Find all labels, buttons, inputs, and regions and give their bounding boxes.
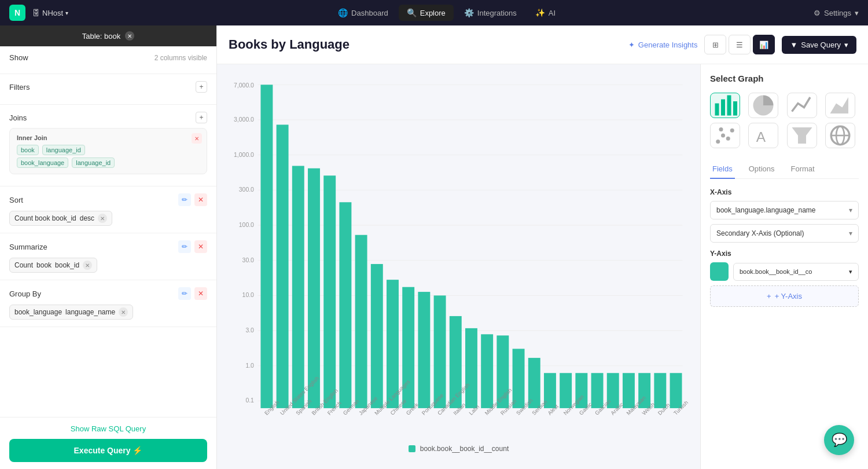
x-axis-select[interactable]: book_language.language_name ▾ bbox=[710, 201, 859, 219]
sort-remove-button[interactable]: ✕ bbox=[194, 193, 207, 206]
join-table-2: book_language bbox=[17, 157, 68, 168]
generate-insights-button[interactable]: ✦ Generate Insights bbox=[628, 41, 698, 49]
settings-gear-icon: ⚙ bbox=[814, 9, 821, 17]
table-header: Table: book ✕ bbox=[0, 25, 216, 46]
y-axis-value: book.book__book_id__co bbox=[740, 268, 812, 275]
svg-text:1,000.0: 1,000.0 bbox=[234, 152, 254, 158]
graph-type-pie[interactable] bbox=[748, 93, 778, 118]
sort-chip-remove[interactable]: ✕ bbox=[98, 214, 107, 223]
sort-chip: Count book book_id desc ✕ bbox=[9, 211, 112, 226]
settings-label: Settings bbox=[824, 9, 851, 17]
svg-rect-74 bbox=[715, 104, 719, 116]
group-col: language_name bbox=[65, 308, 115, 316]
show-subtitle: 2 columns visible bbox=[155, 54, 207, 62]
svg-rect-33 bbox=[465, 328, 477, 408]
nav-ai[interactable]: ✨ AI bbox=[527, 5, 564, 21]
secondary-x-axis-value: Secondary X-Axis (Optional) bbox=[716, 229, 804, 237]
add-join-button[interactable]: + bbox=[196, 112, 207, 123]
svg-rect-34 bbox=[481, 334, 493, 408]
svg-marker-85 bbox=[792, 127, 812, 144]
add-icon: + bbox=[767, 292, 771, 301]
panel-title: Select Graph bbox=[710, 74, 859, 83]
join-remove-button[interactable]: ✕ bbox=[192, 133, 202, 144]
nav-integrations-label: Integrations bbox=[477, 9, 517, 17]
summarize-edit-button[interactable]: ✏ bbox=[178, 240, 191, 253]
add-y-axis-label: + Y-Axis bbox=[775, 292, 802, 301]
graph-type-area[interactable] bbox=[825, 93, 855, 118]
graph-type-line[interactable] bbox=[787, 93, 817, 118]
filters-header: Filters + bbox=[9, 81, 207, 93]
summarize-chip-remove[interactable]: ✕ bbox=[83, 261, 92, 270]
summarize-remove-button[interactable]: ✕ bbox=[194, 240, 207, 253]
svg-rect-41 bbox=[591, 373, 604, 408]
chat-button[interactable]: 💬 bbox=[824, 425, 854, 455]
summarize-title: Summarize bbox=[9, 243, 47, 251]
svg-rect-21 bbox=[277, 124, 289, 408]
host-selector[interactable]: 🗄 NHost ▾ bbox=[32, 9, 68, 17]
tab-options[interactable]: Options bbox=[746, 160, 777, 179]
join-block: Inner Join book language_id book_languag… bbox=[9, 128, 207, 174]
generate-insights-label: Generate Insights bbox=[638, 41, 698, 49]
svg-text:100.0: 100.0 bbox=[239, 222, 254, 228]
list-view-button[interactable]: ☰ bbox=[729, 35, 751, 54]
tab-fields[interactable]: Fields bbox=[710, 160, 735, 179]
join-type-label: Inner Join bbox=[17, 134, 200, 141]
summarize-chip: Count book book_id ✕ bbox=[9, 258, 97, 273]
group-by-title: Group By bbox=[9, 290, 41, 298]
secondary-x-axis-select[interactable]: Secondary X-Axis (Optional) ▾ bbox=[710, 224, 859, 243]
secondary-x-chevron-icon: ▾ bbox=[849, 229, 852, 237]
y-axis-label: Y-Axis bbox=[710, 250, 859, 258]
summarize-fn: Count bbox=[14, 261, 33, 269]
table-close-button[interactable]: ✕ bbox=[125, 31, 134, 41]
show-sql-button[interactable]: Show Raw SQL Query bbox=[9, 424, 207, 433]
nav-explore-label: Explore bbox=[420, 9, 446, 17]
graph-type-scatter[interactable] bbox=[710, 123, 740, 148]
sort-order: desc bbox=[80, 214, 94, 222]
nav-dashboard[interactable]: 🌐 Dashboard bbox=[330, 5, 396, 21]
main-layout: Table: book ✕ Show 2 columns visible Fil… bbox=[0, 25, 868, 469]
nav-explore[interactable]: 🔍 Explore bbox=[399, 5, 454, 21]
legend-color-dot bbox=[409, 445, 415, 452]
add-filter-button[interactable]: + bbox=[196, 81, 207, 93]
svg-rect-23 bbox=[308, 168, 320, 408]
execute-query-button[interactable]: Execute Query ⚡ bbox=[9, 439, 207, 462]
nav-integrations[interactable]: ⚙️ Integrations bbox=[456, 5, 525, 21]
svg-marker-78 bbox=[830, 97, 848, 113]
sort-title: Sort bbox=[9, 196, 23, 204]
view-toggle-buttons: ⊞ ☰ 📊 bbox=[704, 35, 775, 54]
graph-type-funnel[interactable] bbox=[787, 123, 817, 148]
top-navigation: N 🗄 NHost ▾ 🌐 Dashboard 🔍 Explore ⚙️ Int… bbox=[0, 0, 868, 25]
page-title: Books by Language bbox=[229, 37, 621, 52]
chart-view-button[interactable]: 📊 bbox=[753, 35, 775, 54]
group-by-edit-button[interactable]: ✏ bbox=[178, 287, 191, 300]
svg-rect-46 bbox=[670, 373, 682, 408]
svg-rect-30 bbox=[418, 292, 430, 408]
y-axis-color-swatch[interactable] bbox=[710, 262, 729, 281]
group-by-remove-button[interactable]: ✕ bbox=[194, 287, 207, 300]
show-header: Show 2 columns visible bbox=[9, 53, 207, 62]
settings-button[interactable]: ⚙ Settings ▾ bbox=[814, 9, 859, 17]
add-y-axis-button[interactable]: + + Y-Axis bbox=[710, 285, 859, 307]
group-table: book_language bbox=[14, 308, 62, 316]
sort-edit-button[interactable]: ✏ bbox=[178, 193, 191, 206]
settings-chevron-icon: ▾ bbox=[855, 9, 859, 17]
summarize-col: book_id bbox=[55, 261, 79, 269]
group-by-section: Group By ✏ ✕ book_language language_name… bbox=[0, 280, 216, 327]
svg-text:30.0: 30.0 bbox=[242, 257, 255, 263]
group-chip-remove[interactable]: ✕ bbox=[119, 307, 128, 317]
table-view-button[interactable]: ⊞ bbox=[704, 35, 726, 54]
y-axis-select[interactable]: book.book__book_id__co ▾ bbox=[733, 263, 859, 281]
x-axis-value: book_language.language_name bbox=[716, 206, 816, 214]
save-query-chevron-icon: ▾ bbox=[844, 41, 848, 49]
svg-rect-26 bbox=[355, 235, 367, 408]
filter-icon: ▼ bbox=[790, 41, 797, 49]
graph-type-bar[interactable] bbox=[710, 93, 740, 118]
graph-type-bubble[interactable]: A bbox=[748, 123, 778, 148]
save-query-button[interactable]: ▼ Save Query ▾ bbox=[782, 36, 856, 54]
main-header: Books by Language ✦ Generate Insights ⊞ … bbox=[217, 25, 868, 64]
tab-format[interactable]: Format bbox=[789, 160, 817, 179]
graph-type-globe[interactable] bbox=[825, 123, 855, 148]
svg-text:0.1: 0.1 bbox=[245, 398, 254, 404]
svg-text:300.0: 300.0 bbox=[239, 186, 254, 193]
svg-text:7,000.0: 7,000.0 bbox=[234, 82, 254, 89]
